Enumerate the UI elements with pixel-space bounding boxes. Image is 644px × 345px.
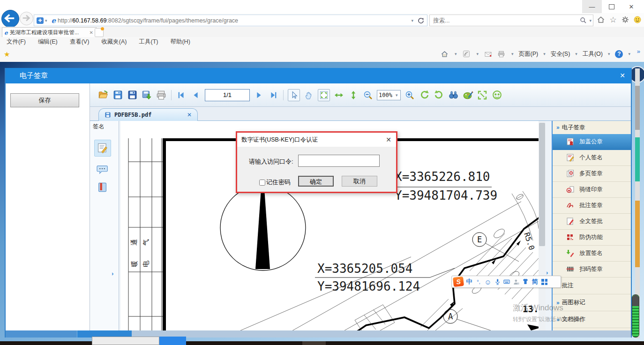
safety-menu[interactable]: 安全(S) xyxy=(551,50,570,58)
url-text[interactable]: http://60.167.58.69:8082/sgtscqy/frame/f… xyxy=(58,17,410,24)
sidebar-item-fulltext-sign[interactable]: 全文签批 xyxy=(553,214,631,230)
fit-height-icon[interactable] xyxy=(348,90,359,101)
ime-toolbox-icon[interactable] xyxy=(540,279,548,285)
menu-tools[interactable]: 工具(T) xyxy=(139,38,158,46)
pdf-tab-close-icon[interactable]: ✕ xyxy=(187,112,192,118)
ime-punctuation-icon[interactable]: °, xyxy=(475,279,482,285)
sidebar-expand-icon[interactable]: › xyxy=(546,269,548,276)
pdf-document-tab[interactable]: PDFBF5B.pdf ✕ xyxy=(98,108,198,121)
sidebar-section-esign[interactable]: » 电子签章 xyxy=(553,121,631,134)
fullscreen-icon[interactable] xyxy=(477,90,488,101)
close-button[interactable]: ✕ xyxy=(622,0,641,13)
pdf-vertical-scrollbar[interactable] xyxy=(539,121,546,330)
back-button[interactable] xyxy=(1,10,19,28)
refresh-icon[interactable] xyxy=(415,17,427,24)
page-number-input[interactable] xyxy=(205,89,250,101)
sidebar-section-document-ops[interactable]: » 文档操作 xyxy=(553,311,631,328)
ime-account-icon[interactable] xyxy=(512,278,520,285)
last-page-icon[interactable] xyxy=(268,90,279,101)
ime-mode-chinese[interactable]: 中 xyxy=(465,278,473,286)
preview-stamp-icon[interactable] xyxy=(491,90,502,101)
sidebar-item-multipage-seal[interactable]: 多页签章 xyxy=(553,166,631,182)
sidebar-item-paging-seal[interactable]: 骑缝印章 xyxy=(553,182,631,198)
pdf-hscroll-thumb[interactable] xyxy=(6,330,77,338)
export-download-icon[interactable] xyxy=(141,90,152,101)
rotate-left-icon[interactable] xyxy=(419,90,430,101)
first-page-icon[interactable] xyxy=(176,90,187,101)
maximize-button[interactable] xyxy=(602,0,622,13)
sidebar-section-annotations[interactable]: » 批注 xyxy=(553,278,631,294)
sidebar-item-place-signature[interactable]: 放置签名 xyxy=(553,246,631,262)
compat-dropdown-icon[interactable]: ▾ xyxy=(44,18,49,23)
more-commands-icon[interactable]: » xyxy=(637,48,640,55)
rss-feed-icon[interactable] xyxy=(462,49,471,59)
safety-dropdown-icon[interactable]: ▾ xyxy=(574,52,579,56)
zoom-level-combo[interactable]: 100% ▾ xyxy=(377,90,401,100)
comments-bubble-icon[interactable] xyxy=(94,161,110,177)
rss-dropdown-icon[interactable]: ▾ xyxy=(475,52,480,56)
tools-menu[interactable]: 工具(O) xyxy=(583,50,603,58)
taskbar-item-blue[interactable] xyxy=(159,337,186,345)
pdf-vscroll-thumb[interactable] xyxy=(539,123,545,246)
address-bar[interactable]: ✚ ▾ e http://60.167.58.69:8082/sgtscqy/f… xyxy=(34,15,427,26)
save-button[interactable]: 保存 xyxy=(10,93,79,107)
zoom-dropdown-icon[interactable]: ▾ xyxy=(394,93,399,98)
fit-width-icon[interactable] xyxy=(333,90,344,101)
find-binoculars-icon[interactable] xyxy=(448,90,459,101)
favorites-bar-favicon[interactable]: ★ xyxy=(4,50,10,59)
search-box[interactable]: ▾ xyxy=(429,15,593,26)
sidebar-item-company-seal[interactable]: 加盖公章 xyxy=(553,134,631,150)
page-dropdown-icon[interactable]: ▾ xyxy=(542,52,547,56)
print-icon[interactable] xyxy=(497,49,506,59)
feedback-smiley-icon[interactable] xyxy=(633,15,642,24)
esign-modal-close-icon[interactable]: ✕ xyxy=(620,72,625,79)
compatibility-icon[interactable]: ✚ xyxy=(37,17,44,24)
minimize-button[interactable]: — xyxy=(582,0,602,13)
sidebar-item-personal-signature[interactable]: 个人签名 xyxy=(553,150,631,166)
settings-gear-icon[interactable] xyxy=(621,15,630,24)
save-as-icon[interactable] xyxy=(127,90,138,101)
sogou-logo-icon[interactable]: S xyxy=(453,277,464,287)
annotation-palette-icon[interactable] xyxy=(462,90,473,101)
menu-edit[interactable]: 编辑(E) xyxy=(38,38,58,46)
search-icon[interactable] xyxy=(578,16,588,25)
sidebar-item-scan-code-seal[interactable]: 扫码签章 xyxy=(553,262,631,278)
fit-page-icon[interactable] xyxy=(318,89,330,101)
zoom-in-icon[interactable] xyxy=(404,90,415,101)
password-input[interactable] xyxy=(298,155,380,167)
panel-expand-icon[interactable]: › xyxy=(112,270,113,277)
search-input[interactable] xyxy=(430,17,578,24)
hand-pan-icon[interactable] xyxy=(303,90,315,101)
save-file-icon[interactable] xyxy=(112,90,123,101)
home-dropdown-icon[interactable]: ▾ xyxy=(453,52,458,56)
rotate-right-icon[interactable] xyxy=(433,90,444,101)
menu-favorites[interactable]: 收藏夹(A) xyxy=(101,38,127,46)
forward-button[interactable] xyxy=(20,12,33,25)
menu-view[interactable]: 查看(V) xyxy=(70,38,90,46)
ime-microphone-icon[interactable] xyxy=(494,278,501,285)
next-page-icon[interactable] xyxy=(253,90,264,101)
scrollbar-thumb[interactable] xyxy=(635,86,640,130)
tab-close-icon[interactable]: ✕ xyxy=(89,30,94,35)
signature-list-icon[interactable] xyxy=(94,140,111,157)
ime-keyboard-icon[interactable] xyxy=(503,278,510,285)
bookmark-icon[interactable] xyxy=(94,179,110,195)
page-menu[interactable]: 页面(P) xyxy=(518,50,538,58)
tools-dropdown-icon[interactable]: ▾ xyxy=(607,52,612,56)
home-icon[interactable] xyxy=(596,15,606,24)
sidebar-item-anticounterfeit[interactable]: 防伪功能 xyxy=(553,230,631,246)
print-dropdown-icon[interactable]: ▾ xyxy=(510,52,515,56)
previous-page-icon[interactable] xyxy=(190,90,202,101)
ok-button[interactable]: 确定 xyxy=(298,176,334,187)
mail-icon[interactable] xyxy=(484,49,493,59)
print-document-icon[interactable] xyxy=(156,90,167,101)
help-dropdown-icon[interactable]: ▾ xyxy=(627,52,632,56)
menu-file[interactable]: 文件(F) xyxy=(7,38,26,46)
help-icon[interactable]: ? xyxy=(615,50,623,58)
ime-simplified-toggle[interactable]: 简 xyxy=(531,278,539,286)
open-file-icon[interactable] xyxy=(97,90,109,101)
dialog-close-icon[interactable]: ✕ xyxy=(386,136,391,143)
taskbar-item-light[interactable] xyxy=(92,337,159,345)
cancel-button[interactable]: 取消 xyxy=(342,176,377,187)
search-dropdown-icon[interactable]: ▾ xyxy=(588,18,593,23)
